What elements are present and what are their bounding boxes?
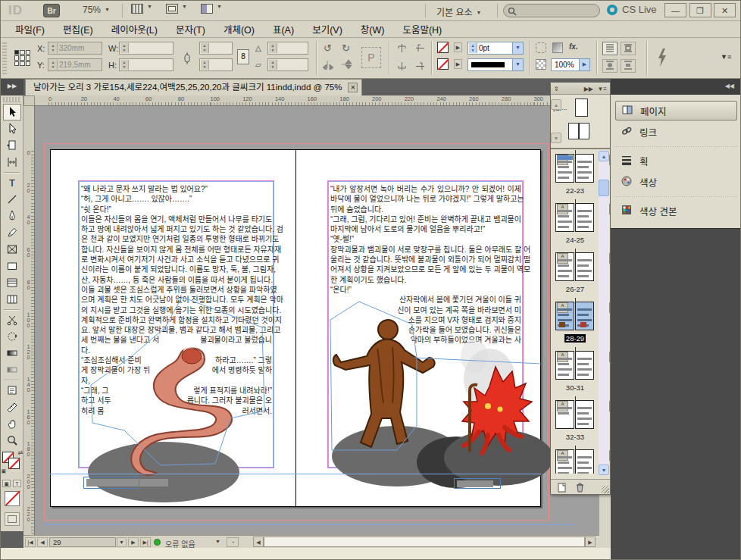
spinner-icon[interactable]: ▲▼ — [49, 43, 58, 53]
collapse-panel-icon[interactable]: ▶▶ — [584, 86, 593, 92]
spread-label[interactable]: 26-27 — [564, 285, 586, 293]
vertical-ruler[interactable]: 020406080100120140160180200220 — [23, 106, 35, 535]
resize-grip[interactable] — [602, 486, 609, 493]
default-fill-stroke-icon[interactable]: ▣ — [2, 468, 7, 474]
formatting-affects-text-button[interactable]: T — [13, 480, 21, 487]
page-thumbnail[interactable]: A — [555, 351, 574, 380]
proxy-cell[interactable] — [14, 61, 19, 66]
x-position-field[interactable]: ▲▼320mm — [48, 42, 102, 55]
quick-apply-icon[interactable] — [657, 48, 668, 67]
menu-item-도움말[interactable]: 도움말(H) — [394, 20, 450, 38]
spread-thumbnail[interactable]: AA — [555, 252, 595, 281]
align-right-icon[interactable] — [414, 61, 426, 72]
spread-item-22-23[interactable]: AA22-23 — [551, 154, 599, 196]
gradient-tool[interactable] — [3, 345, 21, 361]
stroke-weight-combo[interactable]: ▲▼0pt▼ — [467, 42, 524, 55]
zoom-level-dropdown[interactable]: 75%▼ — [83, 5, 110, 15]
spread-item-24-25[interactable]: AA24-25 — [551, 203, 599, 246]
page-thumbnail[interactable]: A — [555, 154, 574, 183]
horizontal-scroll-thumb[interactable] — [264, 537, 585, 547]
rectangle-tool[interactable] — [3, 258, 21, 274]
page-thumbnail[interactable]: A — [555, 252, 574, 281]
selection-tool[interactable] — [3, 104, 21, 120]
page-tool[interactable] — [3, 137, 21, 154]
view-options-button[interactable]: ▼ — [131, 4, 161, 18]
rotate-spread-indicator[interactable]: P — [361, 47, 381, 68]
right-footer-frame[interactable] — [454, 478, 501, 489]
preflight-menu-arrow[interactable]: ▼ — [213, 537, 223, 547]
search-input[interactable] — [503, 4, 600, 17]
wrap-jump-object-button[interactable] — [621, 59, 636, 73]
proxy-cell[interactable] — [26, 61, 30, 66]
preflight-panel-icon[interactable]: ◔ — [227, 537, 239, 547]
scale-y-field[interactable]: ▲▼ — [199, 58, 233, 71]
arrange-documents-button[interactable]: ▼ — [201, 4, 231, 18]
page-thumbnail[interactable]: A — [555, 203, 574, 232]
menu-item-문자[interactable]: 문자(T) — [167, 20, 214, 38]
panel-grip[interactable] — [3, 97, 20, 102]
page-thumbnail[interactable]: A — [575, 351, 594, 380]
gap-tool[interactable] — [3, 154, 21, 171]
last-spread-button[interactable]: ▶| — [140, 537, 151, 547]
a-master-left-thumbnail[interactable] — [568, 123, 579, 139]
height-field[interactable]: ▲▼ — [119, 58, 174, 71]
type-tool[interactable]: T — [3, 174, 21, 191]
y-position-field[interactable]: ▲▼219,5mm — [48, 58, 102, 71]
spinner-icon[interactable]: ▲▼ — [120, 60, 129, 70]
constrain-dimensions-icon[interactable] — [181, 50, 193, 67]
restore-button[interactable]: ❐ — [689, 3, 711, 17]
spread-thumbnail[interactable]: AA — [555, 154, 595, 183]
page-thumbnail[interactable]: A — [575, 449, 594, 474]
menu-item-파일[interactable]: 파일(F) — [7, 20, 53, 38]
flip-horizontal-icon[interactable] — [322, 59, 334, 70]
proxy-cell[interactable] — [20, 55, 24, 60]
scissors-tool[interactable] — [3, 311, 21, 328]
menu-item-개체[interactable]: 개체(O) — [215, 20, 263, 38]
flip-vertical-icon[interactable] — [340, 59, 352, 70]
scale-x-field[interactable]: ▲▼ — [199, 42, 233, 55]
swap-fill-stroke-icon[interactable]: ⇄ — [18, 449, 23, 456]
note-tool[interactable] — [3, 382, 21, 399]
wrap-bounding-box-button[interactable] — [621, 42, 636, 55]
proxy-cell[interactable] — [20, 50, 24, 55]
menu-item-표[interactable]: 표(A) — [264, 20, 302, 38]
effects-menu-button[interactable]: fx. — [569, 42, 578, 51]
spread-item-26-27[interactable]: AA26-27 — [551, 252, 599, 295]
previous-spread-button[interactable]: ◀ — [37, 537, 48, 547]
pen-tool[interactable] — [3, 208, 21, 224]
spread-label[interactable]: 24-25 — [564, 236, 586, 244]
pages-panel-header[interactable]: ⇕ ▶▶ ▼≡ — [551, 83, 610, 95]
none-master-thumbnail[interactable] — [575, 99, 588, 117]
align-top-icon[interactable] — [396, 42, 408, 54]
masters-scroll-down-icon[interactable]: ▼ — [551, 133, 561, 143]
ruler-origin-corner[interactable] — [23, 95, 35, 106]
line-tool[interactable] — [3, 191, 21, 208]
new-spread-icon[interactable] — [557, 483, 567, 493]
horizontal-scrollbar[interactable]: ◀ ▶ — [253, 537, 596, 547]
bridge-button[interactable]: Br — [43, 4, 60, 17]
fill-swatch[interactable] — [437, 42, 449, 53]
stroke-swatch[interactable] — [437, 58, 449, 70]
panel-menu-button[interactable]: ▼≡ — [721, 53, 731, 61]
dock-item-color[interactable]: 색상 — [615, 172, 737, 192]
rotate-cw-icon[interactable]: ↻ — [342, 42, 350, 54]
proxy-cell[interactable] — [26, 50, 30, 55]
spinner-icon[interactable]: ▲▼ — [269, 43, 277, 53]
proxy-cell[interactable] — [26, 55, 30, 60]
free-transform-tool[interactable] — [3, 328, 21, 345]
spread-item-30-31[interactable]: AA30-31 — [551, 351, 599, 393]
gradient-feather-tool[interactable] — [3, 361, 21, 378]
proxy-cell[interactable] — [20, 61, 24, 66]
close-button[interactable]: ✕ — [714, 3, 736, 17]
page-thumbnail[interactable]: A — [555, 449, 574, 474]
proxy-cell[interactable] — [14, 55, 19, 60]
menu-item-편집[interactable]: 편집(E) — [55, 20, 102, 38]
pages-scroll-thumb[interactable] — [599, 180, 609, 196]
align-left-icon[interactable] — [414, 42, 426, 54]
pages-scroll-down-arrow[interactable]: ▼ — [599, 465, 609, 475]
spinner-icon[interactable]: ▲▼ — [469, 43, 477, 53]
page-thumbnail[interactable]: A — [555, 400, 574, 429]
a-master-right-thumbnail[interactable] — [579, 123, 589, 139]
page-thumbnail[interactable]: A — [575, 400, 594, 429]
stroke-swatch[interactable] — [8, 458, 20, 469]
